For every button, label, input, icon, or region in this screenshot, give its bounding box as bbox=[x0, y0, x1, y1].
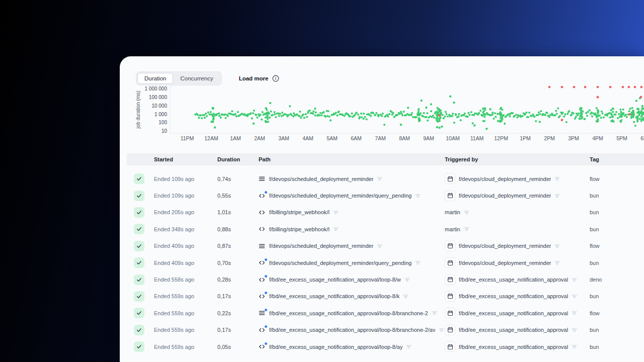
run-tag: bun bbox=[590, 193, 644, 199]
filter-by-trigger-icon[interactable] bbox=[554, 260, 560, 265]
col-started: Started bbox=[154, 156, 217, 162]
schedule-trigger-box bbox=[445, 308, 455, 318]
run-path[interactable]: f/bd/ee_excess_usage_notification_approv… bbox=[269, 310, 428, 316]
filter-by-trigger-icon[interactable] bbox=[554, 176, 560, 182]
run-tag: flow bbox=[590, 243, 644, 249]
calendar-icon bbox=[447, 293, 453, 299]
code-icon bbox=[259, 193, 265, 199]
run-started: Ended 409s ago bbox=[154, 243, 217, 249]
run-triggered-by[interactable]: f/bd/ee_excess_usage_notification_approv… bbox=[459, 344, 568, 350]
filter-by-path-icon[interactable] bbox=[377, 176, 382, 182]
filter-by-path-icon[interactable] bbox=[406, 344, 412, 349]
filter-by-path-icon[interactable] bbox=[377, 243, 382, 249]
filter-by-path-icon[interactable] bbox=[439, 327, 444, 333]
svg-text:9AM: 9AM bbox=[423, 135, 434, 141]
run-triggered-by[interactable]: martin bbox=[445, 209, 460, 215]
run-triggered-by[interactable]: f/bd/ee_excess_usage_notification_approv… bbox=[459, 327, 568, 333]
filter-by-trigger-icon[interactable] bbox=[572, 294, 577, 299]
run-triggered-by[interactable]: f/devops/cloud_deployment_reminder bbox=[459, 176, 551, 182]
run-path[interactable]: f/bd/ee_excess_usage_notification_approv… bbox=[269, 293, 399, 299]
runs-table: Started Duration Path Triggered by Tag E… bbox=[127, 153, 644, 362]
table-row[interactable]: Ended 348s ago 0,88s f/billing/stripe_we… bbox=[127, 221, 644, 237]
run-path[interactable]: f/billing/stripe_webhook/l bbox=[269, 209, 330, 215]
run-path[interactable]: f/bd/ee_excess_usage_notification_approv… bbox=[269, 344, 403, 350]
table-row[interactable]: Ended 205s ago 1,01s f/billing/stripe_we… bbox=[127, 204, 644, 221]
filter-by-trigger-icon[interactable] bbox=[572, 327, 577, 333]
filter-by-path-icon[interactable] bbox=[405, 277, 410, 283]
run-duration: 0,55s bbox=[217, 193, 259, 199]
filter-by-trigger-icon[interactable] bbox=[464, 226, 469, 232]
run-tag: deno bbox=[590, 277, 644, 283]
code-icon bbox=[259, 259, 265, 266]
filter-by-trigger-icon[interactable] bbox=[572, 310, 577, 316]
flow-icon bbox=[259, 175, 265, 182]
success-check-badge bbox=[134, 241, 144, 251]
run-started: Ended 109s ago bbox=[154, 193, 217, 199]
run-path[interactable]: f/bd/ee_excess_usage_notification_approv… bbox=[269, 277, 401, 283]
load-more-label: Load more bbox=[239, 75, 269, 81]
svg-text:11AM: 11AM bbox=[470, 135, 484, 141]
run-triggered-by[interactable]: f/devops/cloud_deployment_reminder bbox=[459, 243, 551, 249]
filter-by-path-icon[interactable] bbox=[333, 210, 339, 215]
calendar-icon bbox=[447, 310, 453, 316]
table-row[interactable]: Ended 558s ago 0,28s f/bd/ee_excess_usag… bbox=[127, 271, 644, 288]
run-triggered-by[interactable]: f/bd/ee_excess_usage_notification_approv… bbox=[459, 310, 568, 316]
schedule-trigger-box bbox=[445, 241, 455, 251]
calendar-icon bbox=[447, 277, 453, 283]
info-icon[interactable] bbox=[272, 75, 279, 82]
filter-by-trigger-icon[interactable] bbox=[572, 277, 577, 283]
svg-text:10: 10 bbox=[162, 128, 168, 134]
col-path: Path bbox=[259, 156, 445, 162]
table-row[interactable]: Ended 559s ago 0,05s f/bd/ee_excess_usag… bbox=[127, 338, 644, 355]
run-path[interactable]: f/devops/scheduled_deployment_reminder bbox=[269, 176, 373, 182]
load-more-button[interactable]: Load more bbox=[239, 75, 280, 82]
table-row[interactable]: Ended 109s ago 0,55s f/devops/scheduled_… bbox=[127, 187, 644, 204]
svg-text:11PM: 11PM bbox=[181, 135, 194, 141]
filter-by-path-icon[interactable] bbox=[403, 294, 409, 299]
filter-by-trigger-icon[interactable] bbox=[554, 193, 560, 199]
table-row[interactable]: Ended 409s ago 0,87s f/devops/scheduled_… bbox=[127, 238, 644, 254]
run-triggered-by[interactable]: martin bbox=[445, 226, 460, 232]
run-tag: flow bbox=[590, 176, 644, 182]
check-icon bbox=[136, 327, 142, 333]
filter-by-trigger-icon[interactable] bbox=[554, 243, 560, 249]
table-row[interactable]: Ended 109s ago 0,74s f/devops/scheduled_… bbox=[127, 170, 644, 187]
svg-text:1 000: 1 000 bbox=[154, 112, 167, 117]
run-path[interactable]: f/bd/ee_excess_usage_notification_approv… bbox=[269, 327, 435, 333]
run-triggered-by[interactable]: f/bd/ee_excess_usage_notification_approv… bbox=[459, 277, 568, 283]
run-duration: 0,05s bbox=[217, 344, 259, 350]
filter-by-path-icon[interactable] bbox=[415, 193, 421, 199]
svg-text:job duration (ms): job duration (ms) bbox=[135, 90, 141, 129]
filter-by-path-icon[interactable] bbox=[432, 310, 437, 316]
run-duration: 0,28s bbox=[217, 277, 259, 283]
run-duration: 0,70s bbox=[217, 260, 259, 266]
run-triggered-by[interactable]: f/devops/cloud_deployment_reminder bbox=[459, 193, 551, 199]
table-row[interactable]: Ended 409s ago 0,70s f/devops/scheduled_… bbox=[127, 254, 644, 271]
run-path[interactable]: f/devops/scheduled_deployment_reminder/q… bbox=[269, 193, 412, 199]
schedule-trigger-box bbox=[445, 291, 455, 302]
run-path[interactable]: f/devops/scheduled_deployment_reminder bbox=[269, 243, 373, 249]
check-icon bbox=[136, 310, 142, 316]
svg-text:1AM: 1AM bbox=[230, 135, 241, 141]
filter-by-trigger-icon[interactable] bbox=[572, 344, 577, 349]
filter-by-path-icon[interactable] bbox=[415, 260, 421, 265]
success-check-badge bbox=[134, 191, 144, 201]
calendar-icon bbox=[447, 327, 453, 333]
table-row[interactable]: Ended 559s ago 0,17s f/bd/ee_excess_usag… bbox=[127, 322, 644, 338]
filter-by-trigger-icon[interactable] bbox=[464, 210, 469, 215]
flow-step-dot bbox=[265, 275, 267, 278]
svg-text:5PM: 5PM bbox=[616, 135, 627, 141]
run-tag: bun bbox=[590, 209, 644, 215]
run-path[interactable]: f/billing/stripe_webhook/l bbox=[269, 226, 330, 232]
run-triggered-by[interactable]: f/devops/cloud_deployment_reminder bbox=[459, 260, 551, 266]
svg-text:12PM: 12PM bbox=[494, 135, 508, 141]
table-row[interactable]: Ended 559s ago 0,22s f/bd/ee_excess_usag… bbox=[127, 305, 644, 321]
run-duration: 0,17s bbox=[217, 327, 259, 333]
flow-step-dot bbox=[265, 191, 267, 194]
run-path[interactable]: f/devops/scheduled_deployment_reminder/q… bbox=[269, 260, 412, 266]
schedule-trigger-box bbox=[445, 257, 455, 268]
table-row[interactable]: Ended 559s ago 0,17s f/bd/ee_excess_usag… bbox=[127, 288, 644, 305]
filter-by-path-icon[interactable] bbox=[333, 226, 339, 232]
run-started: Ended 559s ago bbox=[154, 310, 217, 316]
run-triggered-by[interactable]: f/bd/ee_excess_usage_notification_approv… bbox=[459, 293, 568, 299]
